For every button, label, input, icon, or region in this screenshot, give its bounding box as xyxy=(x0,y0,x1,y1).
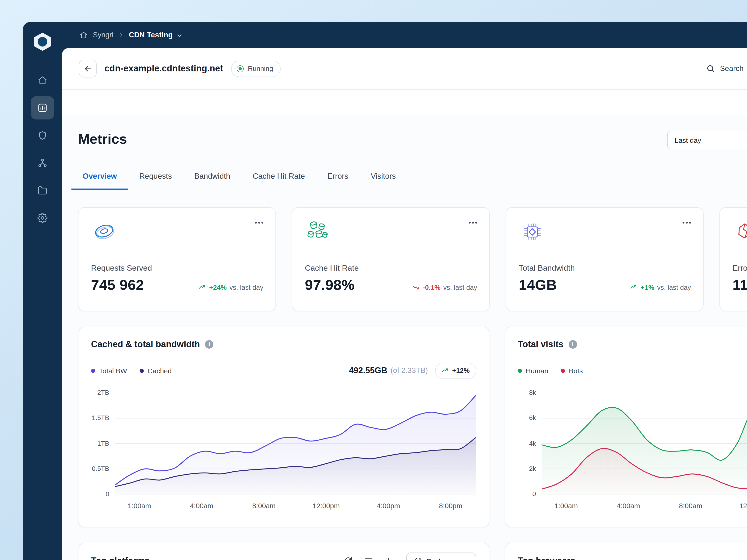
requests-icon xyxy=(91,218,118,245)
stat-label: Cache Hit Rate xyxy=(305,264,359,273)
tab-errors[interactable]: Errors xyxy=(316,170,360,190)
chip-icon xyxy=(519,218,546,245)
stat-delta-pct: +1% xyxy=(641,284,654,291)
breadcrumb-app-name[interactable]: Syngri xyxy=(93,31,113,39)
domain-title: cdn-example.cdntesting.net xyxy=(105,63,223,74)
tab-visitors[interactable]: Visitors xyxy=(360,170,407,190)
trend-up-icon xyxy=(441,367,449,374)
top-browsers-card: Top browsers xyxy=(505,543,747,560)
stat-card-errors: Errors 119 xyxy=(719,207,747,311)
y-tick-label: 1TB xyxy=(78,439,109,447)
breadcrumb-project-dropdown[interactable]: CDN Testing xyxy=(129,31,183,39)
sidebar-item-files[interactable] xyxy=(31,179,54,202)
tab-bandwidth[interactable]: Bandwidth xyxy=(183,170,241,190)
stat-delta-pct: +24% xyxy=(209,284,227,291)
legend-total-bw[interactable]: Total BW xyxy=(91,367,127,374)
compass-icon xyxy=(414,557,422,560)
y-axis-labels: 2TB1.5TB1TB0.5TB0 xyxy=(78,393,109,494)
chevron-right-icon xyxy=(118,32,124,38)
sidebar-item-home[interactable] xyxy=(31,69,54,92)
sidebar-item-metrics[interactable] xyxy=(31,96,54,119)
x-tick-label: 4:00am xyxy=(190,502,213,510)
card-menu-button[interactable] xyxy=(467,220,479,225)
y-tick-label: 2k xyxy=(505,465,536,472)
x-tick-label: 4:00am xyxy=(617,502,640,510)
x-tick-label: 12:00pm xyxy=(739,502,747,510)
legend-human[interactable]: Human xyxy=(518,367,548,374)
info-icon[interactable]: i xyxy=(569,340,577,349)
app-logo-icon xyxy=(32,32,53,52)
tab-cache-hit-rate[interactable]: Cache Hit Rate xyxy=(241,170,316,190)
charts-row: Cached & total bandwidth i Total BW Cach… xyxy=(78,327,747,527)
time-range-select[interactable]: Last day xyxy=(667,131,747,149)
back-button[interactable] xyxy=(79,60,97,77)
stat-delta-suffix: vs. last day xyxy=(657,284,691,291)
search-icon xyxy=(706,64,715,73)
x-tick-label: 1:00am xyxy=(128,502,151,510)
stat-value: 119 xyxy=(732,277,747,294)
filter-button[interactable] xyxy=(360,553,377,560)
filter-icon xyxy=(364,556,373,560)
bandwidth-area-chart[interactable] xyxy=(115,393,476,494)
visits-area-chart[interactable] xyxy=(542,393,747,494)
card-menu-button[interactable] xyxy=(253,220,265,225)
info-icon[interactable]: i xyxy=(205,340,213,349)
time-range-value: Last day xyxy=(675,136,701,144)
x-tick-label: 8:00am xyxy=(679,502,702,510)
sidebar-nav xyxy=(23,69,62,230)
tab-overview[interactable]: Overview xyxy=(72,170,128,190)
app-window: Syngri CDN Testing cdn-example.cdntestin… xyxy=(23,22,747,560)
legend-bots[interactable]: Bots xyxy=(561,367,583,374)
sidebar-item-network[interactable] xyxy=(31,151,54,175)
gear-icon xyxy=(37,213,48,223)
x-tick-label: 8:00am xyxy=(252,502,276,510)
bottom-row: Top platforms Explore xyxy=(78,543,747,560)
search-button[interactable]: Search xyxy=(706,48,747,89)
x-axis-labels: 1:00am4:00am8:00am12:00pm4:00pm8:00pm xyxy=(542,502,747,511)
stat-card-cache-hit: Cache Hit Rate 97.98% -0.1% vs. last day xyxy=(292,207,490,311)
stat-value: 97.98% xyxy=(305,277,355,294)
sidebar-item-security[interactable] xyxy=(31,124,54,147)
card-title: Top browsers xyxy=(518,556,575,560)
breadcrumb: Syngri CDN Testing xyxy=(62,22,747,48)
bandwidth-delta-badge: +12% xyxy=(435,363,476,379)
download-button[interactable] xyxy=(380,553,397,560)
network-nodes-icon xyxy=(37,158,48,168)
x-tick-label: 4:00pm xyxy=(377,502,400,510)
x-tick-label: 12:00pm xyxy=(313,502,340,510)
arrow-left-icon xyxy=(83,64,92,73)
stat-delta: +1% vs. last day xyxy=(630,283,691,291)
breadcrumb-home-icon[interactable] xyxy=(79,31,88,39)
chart-title: Total visits xyxy=(518,339,564,349)
stat-label: Total Bandwidth xyxy=(519,264,575,273)
status-text: Running xyxy=(248,65,273,72)
stat-card-row: Requests Served 745 962 +24% vs. last da… xyxy=(78,207,747,311)
trend-up-icon xyxy=(199,283,206,291)
chart-legend: Total BW Cached xyxy=(91,367,172,374)
bar-chart-icon xyxy=(37,103,48,113)
bandwidth-summary-value: 492.55GB xyxy=(349,366,387,375)
shield-icon xyxy=(37,130,48,140)
legend-cached[interactable]: Cached xyxy=(139,367,172,374)
errors-icon xyxy=(732,218,747,245)
stat-delta-pct: -0.1% xyxy=(423,284,440,291)
y-tick-label: 4k xyxy=(505,439,536,447)
desktop-background: Syngri CDN Testing cdn-example.cdntestin… xyxy=(0,0,747,560)
y-tick-label: 0.5TB xyxy=(78,465,109,472)
explore-more-button[interactable]: Explore more xyxy=(406,552,476,560)
tab-requests[interactable]: Requests xyxy=(128,170,183,190)
breadcrumb-current: CDN Testing xyxy=(129,31,173,39)
stat-delta: +24% vs. last day xyxy=(199,283,263,291)
y-tick-label: 0 xyxy=(505,490,536,498)
y-tick-label: 1.5TB xyxy=(78,414,109,422)
top-platforms-card: Top platforms Explore xyxy=(78,543,489,560)
card-menu-button[interactable] xyxy=(681,220,693,225)
stat-delta-suffix: vs. last day xyxy=(229,284,263,291)
stat-card-requests: Requests Served 745 962 +24% vs. last da… xyxy=(78,207,276,311)
sidebar-item-settings[interactable] xyxy=(31,206,54,230)
refresh-button[interactable] xyxy=(340,553,357,560)
x-axis-labels: 1:00am4:00am8:00am12:00pm4:00pm8:00pm xyxy=(115,502,476,511)
chart-legend: Human Bots xyxy=(518,367,583,374)
stat-value: 745 962 xyxy=(91,277,144,294)
y-tick-label: 8k xyxy=(505,389,536,396)
